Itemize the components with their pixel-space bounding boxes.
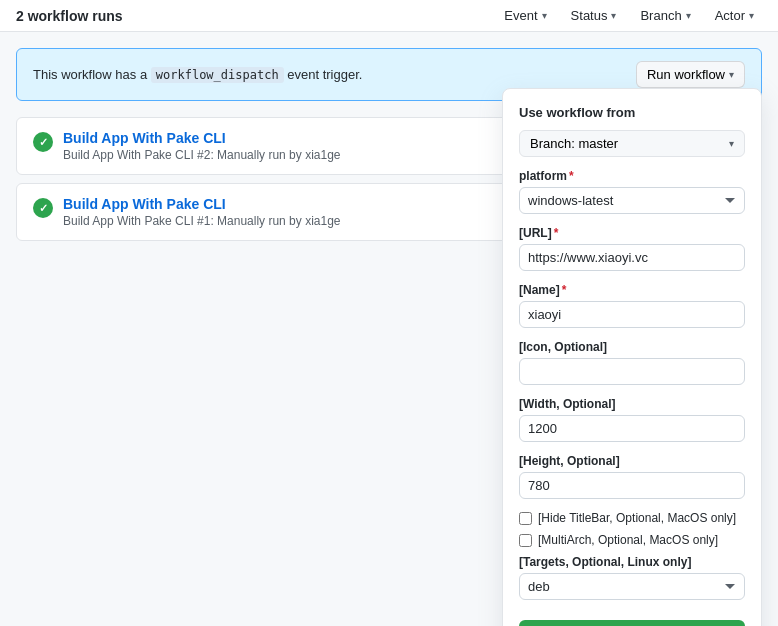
status-chevron-icon: ▾ bbox=[611, 10, 616, 21]
event-filter-label: Event bbox=[504, 8, 537, 23]
run-item-sub-2: Build App With Pake CLI #1: Manually run… bbox=[63, 214, 341, 228]
run-item-info-2: Build App With Pake CLI Build App With P… bbox=[63, 196, 341, 228]
branch-select-button[interactable]: Branch: master ▾ bbox=[519, 130, 745, 157]
icon-label: [Icon, Optional] bbox=[519, 340, 745, 354]
banner-suffix: event trigger. bbox=[287, 67, 362, 82]
hide-titlebar-checkbox[interactable] bbox=[519, 512, 532, 525]
actor-chevron-icon: ▾ bbox=[749, 10, 754, 21]
platform-select[interactable]: windows-latest ubuntu-latest macos-lates… bbox=[519, 187, 745, 214]
event-filter-btn[interactable]: Event ▾ bbox=[496, 4, 554, 27]
platform-required-star: * bbox=[569, 169, 574, 183]
icon-input[interactable] bbox=[519, 358, 745, 385]
banner-text: This workflow has a workflow_dispatch ev… bbox=[33, 67, 362, 82]
runs-count-label: 2 workflow runs bbox=[16, 8, 123, 24]
run-workflow-header-btn[interactable]: Run workflow ▾ bbox=[636, 61, 745, 88]
status-filter-label: Status bbox=[571, 8, 608, 23]
run-workflow-chevron-icon: ▾ bbox=[729, 69, 734, 80]
width-label: [Width, Optional] bbox=[519, 397, 745, 411]
run-workflow-header-btn-label: Run workflow bbox=[647, 67, 725, 82]
run-item-left-1: Build App With Pake CLI Build App With P… bbox=[33, 130, 341, 162]
multiarch-label: [MultiArch, Optional, MacOS only] bbox=[538, 533, 718, 547]
height-input[interactable] bbox=[519, 472, 745, 499]
name-required-star: * bbox=[562, 283, 567, 297]
targets-label: [Targets, Optional, Linux only] bbox=[519, 555, 745, 569]
url-input[interactable] bbox=[519, 244, 745, 271]
width-group: [Width, Optional] bbox=[519, 397, 745, 442]
height-group: [Height, Optional] bbox=[519, 454, 745, 499]
actor-filter-btn[interactable]: Actor ▾ bbox=[707, 4, 762, 27]
banner-prefix: This workflow has a bbox=[33, 67, 147, 82]
run-item-sub-1: Build App With Pake CLI #2: Manually run… bbox=[63, 148, 341, 162]
height-label: [Height, Optional] bbox=[519, 454, 745, 468]
top-bar: 2 workflow runs Event ▾ Status ▾ Branch … bbox=[0, 0, 778, 32]
url-group: [URL]* bbox=[519, 226, 745, 271]
status-filter-btn[interactable]: Status ▾ bbox=[563, 4, 625, 27]
event-chevron-icon: ▾ bbox=[542, 10, 547, 21]
platform-label: platform* bbox=[519, 169, 745, 183]
targets-group: [Targets, Optional, Linux only] deb rpm … bbox=[519, 555, 745, 600]
run-item-left-2: Build App With Pake CLI Build App With P… bbox=[33, 196, 341, 228]
branch-select-label: Branch: master bbox=[530, 136, 618, 151]
run-item-info-1: Build App With Pake CLI Build App With P… bbox=[63, 130, 341, 162]
popover-title: Use workflow from bbox=[519, 105, 745, 120]
platform-group: platform* windows-latest ubuntu-latest m… bbox=[519, 169, 745, 214]
run-success-icon-2 bbox=[33, 198, 53, 218]
actor-filter-label: Actor bbox=[715, 8, 745, 23]
main-content: This workflow has a workflow_dispatch ev… bbox=[0, 32, 778, 265]
width-input[interactable] bbox=[519, 415, 745, 442]
multiarch-checkbox[interactable] bbox=[519, 534, 532, 547]
name-input[interactable] bbox=[519, 301, 745, 328]
icon-group: [Icon, Optional] bbox=[519, 340, 745, 385]
hide-titlebar-label: [Hide TitleBar, Optional, MacOS only] bbox=[538, 511, 736, 525]
url-required-star: * bbox=[554, 226, 559, 240]
run-workflow-submit-btn[interactable]: Run workflow bbox=[519, 620, 745, 626]
branch-filter-label: Branch bbox=[640, 8, 681, 23]
multiarch-row: [MultiArch, Optional, MacOS only] bbox=[519, 533, 745, 547]
run-item-title-2[interactable]: Build App With Pake CLI bbox=[63, 196, 341, 212]
branch-select-chevron-icon: ▾ bbox=[729, 138, 734, 149]
filter-controls: Event ▾ Status ▾ Branch ▾ Actor ▾ bbox=[496, 4, 762, 27]
run-item-title-1[interactable]: Build App With Pake CLI bbox=[63, 130, 341, 146]
branch-chevron-icon: ▾ bbox=[686, 10, 691, 21]
branch-filter-btn[interactable]: Branch ▾ bbox=[632, 4, 698, 27]
run-success-icon-1 bbox=[33, 132, 53, 152]
name-label: [Name]* bbox=[519, 283, 745, 297]
banner-code: workflow_dispatch bbox=[151, 67, 284, 83]
run-workflow-popover: Use workflow from Branch: master ▾ platf… bbox=[502, 88, 762, 626]
hide-titlebar-row: [Hide TitleBar, Optional, MacOS only] bbox=[519, 511, 745, 525]
targets-select[interactable]: deb rpm appimage bbox=[519, 573, 745, 600]
url-label: [URL]* bbox=[519, 226, 745, 240]
name-group: [Name]* bbox=[519, 283, 745, 328]
